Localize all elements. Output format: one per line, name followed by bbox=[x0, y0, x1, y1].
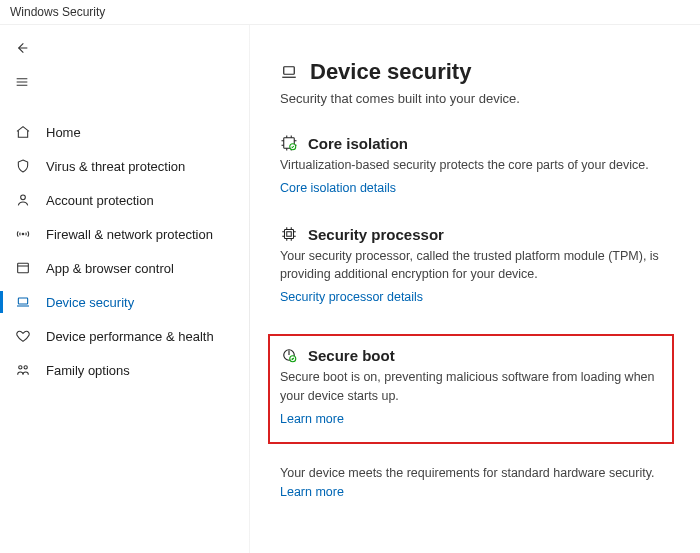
core-isolation-details-link[interactable]: Core isolation details bbox=[280, 181, 396, 195]
main-content: Device security Security that comes buil… bbox=[250, 25, 700, 553]
person-icon bbox=[14, 192, 32, 208]
nav-label: Account protection bbox=[46, 193, 154, 208]
chip-check-icon bbox=[280, 134, 298, 152]
family-icon bbox=[14, 362, 32, 378]
nav-label: Home bbox=[46, 125, 81, 140]
nav-label: App & browser control bbox=[46, 261, 174, 276]
section-security-processor: Security processor Your security process… bbox=[280, 225, 670, 304]
nav-app-browser[interactable]: App & browser control bbox=[0, 251, 250, 285]
svg-point-5 bbox=[24, 366, 27, 369]
shield-icon bbox=[14, 158, 32, 174]
page-title: Device security bbox=[310, 59, 471, 85]
hamburger-icon bbox=[14, 74, 30, 90]
svg-rect-3 bbox=[18, 298, 27, 304]
signal-icon bbox=[14, 226, 32, 242]
footer-learn-more-link[interactable]: Learn more bbox=[280, 485, 344, 499]
svg-rect-10 bbox=[287, 232, 292, 237]
nav-label: Family options bbox=[46, 363, 130, 378]
nav-label: Virus & threat protection bbox=[46, 159, 185, 174]
section-desc: Virtualization-based security protects t… bbox=[280, 156, 660, 174]
nav-device-security[interactable]: Device security bbox=[0, 285, 250, 319]
security-processor-details-link[interactable]: Security processor details bbox=[280, 290, 423, 304]
svg-point-4 bbox=[19, 366, 22, 369]
svg-rect-9 bbox=[285, 230, 294, 239]
power-check-icon bbox=[280, 346, 298, 364]
laptop-icon bbox=[14, 294, 32, 310]
section-desc: Your security processor, called the trus… bbox=[280, 247, 660, 283]
menu-button[interactable] bbox=[0, 65, 40, 99]
nav-family[interactable]: Family options bbox=[0, 353, 250, 387]
svg-rect-2 bbox=[18, 263, 29, 272]
nav-firewall[interactable]: Firewall & network protection bbox=[0, 217, 250, 251]
window-icon bbox=[14, 260, 32, 276]
heart-icon bbox=[14, 328, 32, 344]
nav-virus-threat[interactable]: Virus & threat protection bbox=[0, 149, 250, 183]
nav-label: Device security bbox=[46, 295, 134, 310]
chip-icon bbox=[280, 225, 298, 243]
section-desc: Secure boot is on, preventing malicious … bbox=[280, 368, 660, 404]
window-title: Windows Security bbox=[0, 0, 700, 25]
section-core-isolation: Core isolation Virtualization-based secu… bbox=[280, 134, 670, 195]
secure-boot-learn-more-link[interactable]: Learn more bbox=[280, 412, 344, 426]
svg-point-0 bbox=[21, 195, 26, 200]
nav-home[interactable]: Home bbox=[0, 115, 250, 149]
svg-rect-6 bbox=[284, 67, 295, 75]
page-subtitle: Security that comes built into your devi… bbox=[280, 91, 670, 106]
back-button[interactable] bbox=[0, 31, 40, 65]
sidebar: Home Virus & threat protection Account p… bbox=[0, 25, 250, 553]
section-secure-boot: Secure boot Secure boot is on, preventin… bbox=[268, 334, 674, 443]
nav-device-health[interactable]: Device performance & health bbox=[0, 319, 250, 353]
nav-label: Firewall & network protection bbox=[46, 227, 213, 242]
nav-label: Device performance & health bbox=[46, 329, 214, 344]
arrow-left-icon bbox=[14, 40, 30, 56]
svg-point-1 bbox=[22, 233, 24, 235]
section-title: Security processor bbox=[308, 226, 444, 243]
section-title: Core isolation bbox=[308, 135, 408, 152]
nav-account-protection[interactable]: Account protection bbox=[0, 183, 250, 217]
section-title: Secure boot bbox=[308, 347, 395, 364]
footer-text: Your device meets the requirements for s… bbox=[280, 466, 670, 480]
laptop-icon bbox=[280, 63, 298, 81]
home-icon bbox=[14, 124, 32, 140]
